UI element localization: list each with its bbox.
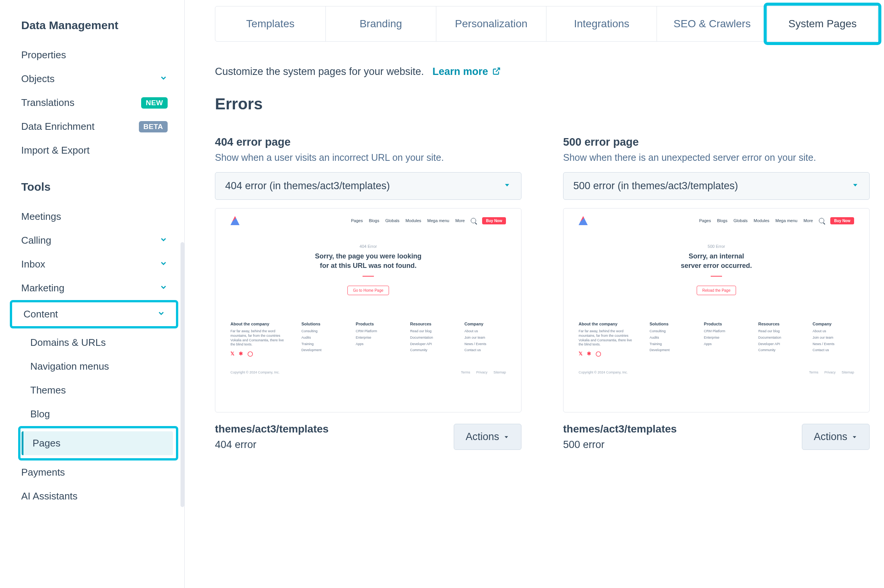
learn-more-link[interactable]: Learn more <box>433 66 501 77</box>
tab-system-pages[interactable]: System Pages <box>767 6 878 41</box>
external-link-icon <box>491 66 501 77</box>
buy-now-button: Buy Now <box>482 217 506 224</box>
sidebar-item-meetings[interactable]: Meetings <box>21 205 175 229</box>
error-cards-row: 404 error page Show when a user visits a… <box>215 136 884 451</box>
caret-down-icon <box>503 180 511 192</box>
tab-branding[interactable]: Branding <box>326 6 436 41</box>
preview-error-title: Sorry, an internal server error occurred… <box>579 252 854 271</box>
social-icons: 𝕏✱◯ <box>230 351 288 357</box>
new-badge: NEW <box>141 97 168 109</box>
svg-line-0 <box>496 68 500 72</box>
sidebar-item-label: Data Enrichment <box>21 121 95 132</box>
sidebar-subitem-themes[interactable]: Themes <box>21 378 175 402</box>
template-name: 500 error <box>563 439 677 451</box>
card-404: 404 error page Show when a user visits a… <box>215 136 521 451</box>
tab-personalization[interactable]: Personalization <box>436 6 547 41</box>
template-preview-500: Pages Blogs Globals Modules Mega menu Mo… <box>563 208 870 412</box>
sidebar-subitem-domains[interactable]: Domains & URLs <box>21 331 175 355</box>
sidebar-item-label: Marketing <box>21 282 64 294</box>
card-footer-500: themes/act3/templates 500 error Actions <box>563 423 870 451</box>
sidebar-item-label: AI Assistants <box>21 490 78 502</box>
highlight-pages: Pages <box>18 426 178 460</box>
card-title-404: 404 error page <box>215 136 521 148</box>
divider-icon <box>711 276 722 277</box>
template-select-500[interactable]: 500 error (in themes/act3/templates) <box>563 172 870 200</box>
select-value: 404 error (in themes/act3/templates) <box>225 180 390 192</box>
sidebar-item-label: Content <box>23 308 58 320</box>
card-subtitle-404: Show when a user visits an incorrect URL… <box>215 152 521 163</box>
sidebar-subitem-blog[interactable]: Blog <box>21 402 175 426</box>
sidebar-item-ai-assistants[interactable]: AI Assistants <box>21 484 175 508</box>
tab-integrations[interactable]: Integrations <box>546 6 657 41</box>
search-icon <box>471 218 476 223</box>
logo-icon <box>579 216 588 225</box>
page-description: Customize the system pages for your webs… <box>215 66 424 77</box>
search-icon <box>819 218 824 223</box>
template-select-404[interactable]: 404 error (in themes/act3/templates) <box>215 172 521 200</box>
chevron-down-icon <box>159 258 168 270</box>
chevron-down-icon <box>157 308 165 320</box>
sidebar-item-marketing[interactable]: Marketing <box>21 276 175 300</box>
sidebar-item-label: Import & Export <box>21 145 90 156</box>
svg-marker-3 <box>853 184 858 186</box>
sidebar-item-content[interactable]: Content <box>12 302 176 326</box>
chevron-down-icon <box>159 235 168 246</box>
sidebar-item-translations[interactable]: Translations NEW <box>21 91 175 115</box>
sidebar-item-label: Calling <box>21 235 51 246</box>
buy-now-button: Buy Now <box>830 217 854 224</box>
card-footer-404: themes/act3/templates 404 error Actions <box>215 423 521 451</box>
actions-button-500[interactable]: Actions <box>802 424 870 450</box>
preview-home-button: Go to Home Page <box>347 286 389 295</box>
template-path: themes/act3/templates <box>563 423 677 435</box>
sidebar-subitem-pages[interactable]: Pages <box>22 431 173 455</box>
main-content: Templates Branding Personalization Integ… <box>185 0 884 588</box>
sidebar-item-label: Inbox <box>21 258 45 270</box>
caret-down-icon <box>503 434 510 440</box>
preview-nav: Pages Blogs Globals Modules Mega menu Mo… <box>699 217 854 224</box>
sidebar-item-label: Properties <box>21 49 66 61</box>
card-subtitle-500: Show when there is an unexpected server … <box>563 152 870 163</box>
preview-error-title: Sorry, the page you were looking for at … <box>230 252 506 271</box>
select-value: 500 error (in themes/act3/templates) <box>573 180 738 192</box>
sidebar-item-data-enrichment[interactable]: Data Enrichment BETA <box>21 115 175 138</box>
section-heading-data-management: Data Management <box>21 19 175 32</box>
sidebar-item-label: Payments <box>21 467 65 478</box>
sidebar-subitem-navmenus[interactable]: Navigation menus <box>21 355 175 378</box>
content-submenu: Domains & URLs Navigation menus Themes B… <box>21 331 175 460</box>
sidebar-item-calling[interactable]: Calling <box>21 229 175 252</box>
svg-marker-4 <box>853 436 856 438</box>
chevron-down-icon <box>159 73 168 85</box>
sidebar-item-label: Meetings <box>21 211 61 222</box>
tab-bar: Templates Branding Personalization Integ… <box>215 6 878 42</box>
template-preview-404: Pages Blogs Globals Modules Mega menu Mo… <box>215 208 521 412</box>
preview-reload-button: Reload the Page <box>697 286 736 295</box>
logo-icon <box>230 216 240 225</box>
preview-nav: Pages Blogs Globals Modules Mega menu Mo… <box>351 217 506 224</box>
actions-button-404[interactable]: Actions <box>454 424 521 450</box>
caret-down-icon <box>851 180 859 192</box>
page-description-row: Customize the system pages for your webs… <box>215 66 884 78</box>
sidebar-item-label: Objects <box>21 73 54 85</box>
tab-seo-crawlers[interactable]: SEO & Crawlers <box>657 6 767 41</box>
preview-error-label: 500 Error <box>579 244 854 249</box>
sidebar-item-inbox[interactable]: Inbox <box>21 252 175 276</box>
sidebar-item-payments[interactable]: Payments <box>21 460 175 484</box>
divider-icon <box>363 276 374 277</box>
sidebar-item-label: Translations <box>21 97 75 109</box>
svg-marker-2 <box>505 436 508 438</box>
page-title: Errors <box>215 95 884 113</box>
tab-templates[interactable]: Templates <box>215 6 326 41</box>
section-heading-tools: Tools <box>21 180 175 193</box>
card-500: 500 error page Show when there is an une… <box>563 136 870 451</box>
sidebar-item-import-export[interactable]: Import & Export <box>21 138 175 162</box>
template-name: 404 error <box>215 439 328 451</box>
svg-marker-1 <box>505 184 509 186</box>
settings-sidebar: Data Management Properties Objects Trans… <box>0 0 185 588</box>
social-icons: 𝕏✱◯ <box>579 351 637 357</box>
highlight-content-section: Content <box>10 300 178 328</box>
sidebar-item-properties[interactable]: Properties <box>21 43 175 67</box>
sidebar-item-objects[interactable]: Objects <box>21 67 175 91</box>
card-title-500: 500 error page <box>563 136 870 148</box>
caret-down-icon <box>851 434 858 440</box>
beta-badge: BETA <box>139 121 168 132</box>
